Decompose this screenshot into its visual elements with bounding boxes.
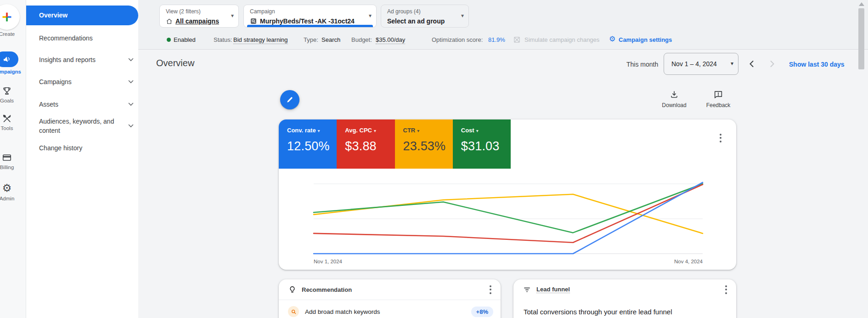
- rail-label-tools: Tools: [0, 125, 26, 131]
- dropdown-arrow-icon: ▾: [417, 128, 419, 133]
- keyword-search-icon: [288, 306, 299, 317]
- chart-line-conv-rate: [314, 182, 703, 254]
- app-rail: Create Campaigns Goals: [0, 0, 26, 318]
- rail-item-tools[interactable]: [1, 113, 12, 124]
- campaign-search-icon: [250, 17, 257, 25]
- date-range-picker[interactable]: Nov 1 – 4, 2024 ▾: [664, 53, 738, 75]
- recommendation-more-options-button[interactable]: [486, 283, 495, 296]
- period-label: This month: [626, 61, 658, 68]
- rail-label-billing: Billing: [0, 165, 26, 170]
- status-key: Status:: [214, 36, 232, 44]
- campaign-dropdown-label: Campaign: [250, 8, 275, 15]
- performance-line-chart[interactable]: Nov 1, 2024 Nov 4, 2024: [279, 165, 736, 270]
- budget-key: Budget:: [351, 36, 372, 44]
- gear-icon: ⚙: [2, 182, 12, 194]
- scrollbar-up-arrow[interactable]: [859, 2, 864, 6]
- dropdown-arrow-icon: ▾: [731, 60, 733, 67]
- type-value: Search: [321, 36, 340, 44]
- feedback-button[interactable]: Feedback: [700, 90, 737, 113]
- chevron-right-icon: [770, 60, 775, 68]
- download-icon: [669, 90, 679, 100]
- recommendation-item-label: Add broad match keywords: [305, 308, 380, 315]
- ad-group-dropdown-value: Select an ad group: [387, 17, 445, 25]
- scorecard[interactable]: Avg. CPC▾ $3.88: [337, 119, 395, 169]
- scorecard[interactable]: Cost▾ $31.03: [453, 119, 511, 169]
- campaign-nav-panel: Overview Recommendations Insights and re…: [26, 0, 138, 318]
- view-filter-dropdown[interactable]: View (2 filters) All campaigns ▾: [159, 5, 239, 28]
- lead-funnel-card: Lead funnel Total conversions through yo…: [513, 279, 736, 318]
- chevron-down-icon[interactable]: [128, 58, 134, 62]
- nav-item-campaigns[interactable]: Campaigns: [39, 77, 72, 86]
- nav-item-insights-and-reports[interactable]: Insights and reports: [39, 55, 96, 64]
- page-title: Overview: [156, 58, 194, 68]
- campaign-settings-button[interactable]: Campaign settings: [619, 36, 672, 44]
- chevron-left-icon: [749, 60, 754, 68]
- download-label: Download: [662, 102, 686, 108]
- scorecard-metric-label: Cost: [461, 127, 474, 134]
- funnel-icon: [523, 285, 531, 294]
- rail-label-admin: Admin: [0, 196, 26, 201]
- download-button[interactable]: Download: [656, 90, 693, 113]
- rail-item-admin[interactable]: ⚙: [1, 182, 12, 194]
- ad-group-dropdown-label: Ad groups (4): [387, 8, 421, 15]
- lead-funnel-card-title[interactable]: Lead funnel: [536, 286, 570, 293]
- recommendation-card-title: Recommendation: [302, 286, 352, 293]
- feedback-label: Feedback: [706, 102, 731, 108]
- optimization-score-value[interactable]: 81.9%: [488, 36, 505, 44]
- nav-item-audiences-keywords-content[interactable]: Audiences, keywords, and content: [39, 117, 116, 135]
- scorecard-metric-value: $31.03: [461, 139, 511, 153]
- rail-item-billing[interactable]: [1, 152, 12, 163]
- chart-line-cost: [314, 184, 703, 233]
- chevron-down-icon[interactable]: [128, 102, 134, 106]
- nav-item-overview[interactable]: Overview: [26, 6, 138, 25]
- scorecard-metric-value: $3.88: [345, 139, 395, 153]
- scorecard[interactable]: CTR▾ 23.53%: [395, 119, 453, 169]
- lightbulb-icon: [288, 285, 297, 294]
- dropdown-arrow-icon: ▾: [369, 12, 372, 19]
- chevron-down-icon[interactable]: [128, 80, 134, 84]
- nav-item-assets[interactable]: Assets: [39, 100, 58, 109]
- scorecard[interactable]: Conv. rate▾ 12.50%: [279, 119, 337, 169]
- ad-group-dropdown[interactable]: Ad groups (4) Select an ad group ▾: [381, 5, 469, 28]
- rail-label-goals: Goals: [0, 98, 26, 103]
- settings-gear-icon: ⚙: [609, 35, 615, 43]
- recommendation-item[interactable]: Add broad match keywords +8%: [288, 303, 493, 318]
- lead-funnel-more-options-button[interactable]: [721, 283, 731, 296]
- budget-value[interactable]: $35.00/day: [376, 36, 405, 44]
- nav-label-overview: Overview: [39, 6, 68, 25]
- view-filter-label: View (2 filters): [166, 8, 201, 15]
- simulate-campaign-changes-button[interactable]: Simulate campaign changes: [524, 36, 599, 44]
- create-button[interactable]: [0, 4, 20, 30]
- scorecard-metric-value: 12.50%: [287, 139, 337, 153]
- rail-item-goals[interactable]: [1, 85, 12, 97]
- chevron-down-icon[interactable]: [128, 124, 134, 128]
- plus-icon: [1, 11, 12, 23]
- x-axis-label-end: Nov 4, 2024: [674, 259, 703, 264]
- enabled-status-dot: [167, 38, 171, 42]
- nav-item-change-history[interactable]: Change history: [39, 143, 82, 153]
- trophy-icon: [2, 86, 12, 96]
- tools-icon: [2, 114, 12, 124]
- scrollbar-thumb[interactable]: [858, 8, 864, 69]
- billing-card-icon: [2, 153, 12, 163]
- show-last-30-days-link[interactable]: Show last 30 days: [789, 61, 845, 68]
- dropdown-arrow-icon: ▾: [231, 12, 234, 19]
- previous-period-button[interactable]: [745, 57, 758, 70]
- x-axis-label-start: Nov 1, 2024: [314, 259, 343, 264]
- lead-funnel-description: Total conversions through your entire le…: [524, 308, 672, 316]
- campaign-dropdown[interactable]: Campaign MurphyBeds/Test -AK -31oct24 ▾: [243, 5, 377, 28]
- enabled-status-label[interactable]: Enabled: [174, 36, 196, 44]
- chart-more-options-button[interactable]: [716, 131, 725, 144]
- next-period-button[interactable]: [766, 57, 779, 70]
- optimization-score-key: Optimization score:: [432, 36, 483, 44]
- recommendation-card: Recommendation Add broad match keywords …: [279, 279, 501, 318]
- nav-item-recommendations[interactable]: Recommendations: [39, 34, 93, 43]
- date-range-value: Nov 1 – 4, 2024: [671, 60, 717, 68]
- status-value[interactable]: Bid strategy learning: [233, 36, 288, 44]
- edit-overview-button[interactable]: [280, 90, 299, 109]
- scorecard-metric-label: Conv. rate: [287, 127, 316, 134]
- dropdown-arrow-icon: ▾: [318, 128, 320, 133]
- rail-item-campaigns[interactable]: [0, 51, 18, 67]
- scorecard-metric-label: Avg. CPC: [345, 127, 372, 134]
- chart-series-lines: [314, 182, 703, 254]
